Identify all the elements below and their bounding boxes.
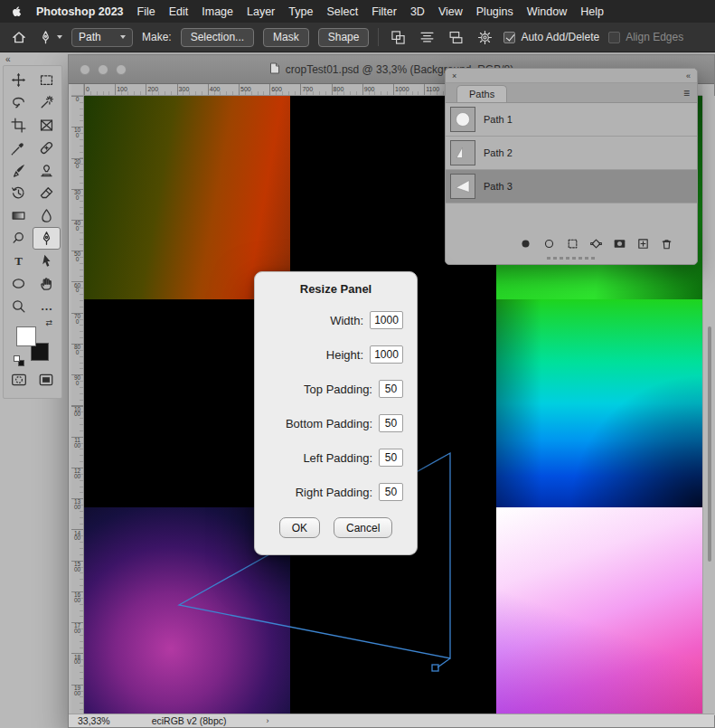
- cancel-button[interactable]: Cancel: [334, 517, 392, 538]
- brush-tool[interactable]: [5, 159, 33, 182]
- shape-button[interactable]: Shape: [318, 28, 370, 47]
- auto-add-delete-checkbox[interactable]: Auto Add/Delete: [503, 31, 599, 43]
- fill-path-icon[interactable]: [519, 237, 532, 251]
- menu-image[interactable]: Image: [202, 5, 233, 18]
- bottom-padding-row: Bottom Padding:: [255, 406, 417, 440]
- menu-type[interactable]: Type: [288, 5, 313, 18]
- move-tool[interactable]: [5, 69, 33, 91]
- menu-window[interactable]: Window: [527, 5, 567, 18]
- zoom-level-field[interactable]: 33,33%: [78, 715, 110, 726]
- swap-colors-icon[interactable]: ⇄: [45, 318, 52, 327]
- hand-tool[interactable]: [33, 272, 61, 295]
- toolbar-collapse-icon[interactable]: «: [5, 54, 11, 64]
- marquee-tool[interactable]: [33, 69, 61, 91]
- panel-close-icon[interactable]: ×: [452, 71, 456, 80]
- eyedropper-tool[interactable]: [5, 137, 33, 159]
- quick-mask-tool[interactable]: [11, 372, 27, 392]
- menu-filter[interactable]: Filter: [372, 5, 397, 18]
- default-colors-icon[interactable]: [14, 355, 24, 366]
- pen-tool[interactable]: [33, 227, 61, 250]
- work-path-icon[interactable]: [589, 237, 603, 251]
- path-item-path-2[interactable]: Path 2: [446, 137, 697, 170]
- panel-collapse-icon[interactable]: «: [686, 71, 691, 80]
- quick-selection-tool[interactable]: [33, 91, 61, 114]
- chevron-down-icon: [57, 35, 62, 39]
- selection-button[interactable]: Selection...: [181, 28, 254, 47]
- make-label: Make:: [142, 31, 172, 43]
- scrollbar-track[interactable]: [702, 96, 715, 715]
- crop-tool[interactable]: [5, 114, 33, 137]
- menu-3d[interactable]: 3D: [410, 5, 425, 18]
- path-thumbnail[interactable]: [450, 174, 475, 199]
- path-item-path-1[interactable]: Path 1: [446, 103, 697, 137]
- menu-plugins[interactable]: Plugins: [476, 5, 513, 18]
- path-operations-icon[interactable]: [388, 26, 408, 48]
- menu-file[interactable]: File: [137, 5, 155, 18]
- align-edges-checkbox[interactable]: Align Edges: [608, 31, 683, 43]
- right-padding-label: Right Padding:: [296, 486, 372, 499]
- close-window-button[interactable]: [80, 64, 90, 75]
- new-path-icon[interactable]: [636, 237, 650, 251]
- foreground-color-swatch[interactable]: [16, 326, 36, 346]
- app-menu-photoshop[interactable]: Photoshop 2023: [36, 5, 124, 18]
- load-selection-icon[interactable]: [566, 237, 579, 251]
- status-chevron-icon[interactable]: ›: [267, 716, 269, 725]
- frame-tool[interactable]: [33, 114, 61, 137]
- scrollbar-thumb[interactable]: [708, 326, 711, 562]
- history-brush-tool[interactable]: [5, 182, 33, 204]
- menu-layer[interactable]: Layer: [247, 5, 275, 18]
- height-label: Height:: [326, 348, 363, 362]
- right-padding-input[interactable]: [379, 483, 403, 501]
- ok-button[interactable]: OK: [279, 517, 320, 538]
- type-tool[interactable]: T: [5, 250, 33, 272]
- add-mask-icon[interactable]: [613, 237, 626, 251]
- delete-path-icon[interactable]: [660, 237, 673, 251]
- eraser-tool[interactable]: [33, 182, 61, 204]
- path-alignment-icon[interactable]: [417, 26, 437, 48]
- minimize-window-button[interactable]: [98, 64, 108, 75]
- zoom-window-button[interactable]: [116, 64, 127, 75]
- blur-tool[interactable]: [33, 204, 61, 227]
- gradient-tool[interactable]: [5, 204, 33, 227]
- panel-menu-icon[interactable]: ≡: [683, 87, 690, 99]
- gear-icon[interactable]: [475, 26, 494, 48]
- menu-view[interactable]: View: [438, 5, 463, 18]
- apple-menu-icon[interactable]: [11, 5, 23, 18]
- tab-paths[interactable]: Paths: [456, 85, 507, 102]
- zoom-tool[interactable]: [5, 295, 33, 317]
- tool-preset-pen-icon[interactable]: [38, 30, 62, 45]
- menu-edit[interactable]: Edit: [169, 5, 189, 18]
- ellipse-shape-tool[interactable]: [5, 272, 33, 295]
- status-bar: 33,33% eciRGB v2 (8bpc) ›: [69, 714, 714, 727]
- top-padding-input[interactable]: [379, 380, 403, 398]
- more-tools-tool[interactable]: …: [33, 295, 61, 317]
- menu-select[interactable]: Select: [326, 5, 358, 18]
- tool-mode-select[interactable]: Path: [71, 28, 133, 47]
- screen-mode-tool[interactable]: [38, 372, 54, 392]
- left-padding-input[interactable]: [379, 449, 403, 467]
- vertical-ruler[interactable]: 0100200300400500600700800900100011001200…: [71, 96, 84, 715]
- align-edges-label: Align Edges: [626, 31, 683, 43]
- mask-button[interactable]: Mask: [263, 28, 309, 47]
- path-selection-tool[interactable]: [33, 250, 61, 272]
- width-input[interactable]: [370, 311, 403, 329]
- bottom-padding-input[interactable]: [379, 414, 403, 432]
- clone-stamp-tool[interactable]: [33, 159, 61, 182]
- menu-bar: Photoshop 2023 FileEditImageLayerTypeSel…: [0, 0, 715, 23]
- dodge-tool[interactable]: [5, 227, 33, 250]
- path-item-path-3[interactable]: Path 3: [446, 170, 697, 203]
- paths-panel: × « Paths ≡ Path 1Path 2Path 3: [445, 68, 698, 265]
- menu-help[interactable]: Help: [580, 5, 604, 18]
- height-input[interactable]: [370, 345, 403, 364]
- ruler-origin[interactable]: [71, 84, 84, 96]
- lasso-tool[interactable]: [5, 91, 33, 114]
- stroke-path-icon[interactable]: [542, 237, 556, 251]
- path-thumbnail[interactable]: [450, 107, 475, 132]
- path-arrangement-icon[interactable]: [446, 26, 466, 48]
- panel-resize-grip[interactable]: [547, 257, 596, 260]
- healing-brush-tool[interactable]: [33, 137, 61, 159]
- home-icon[interactable]: [9, 26, 29, 48]
- path-thumbnail[interactable]: [450, 140, 475, 165]
- resize-panel-dialog: Resize Panel Width:Height:Top Padding:Bo…: [254, 271, 418, 555]
- bottom-padding-label: Bottom Padding:: [286, 417, 372, 430]
